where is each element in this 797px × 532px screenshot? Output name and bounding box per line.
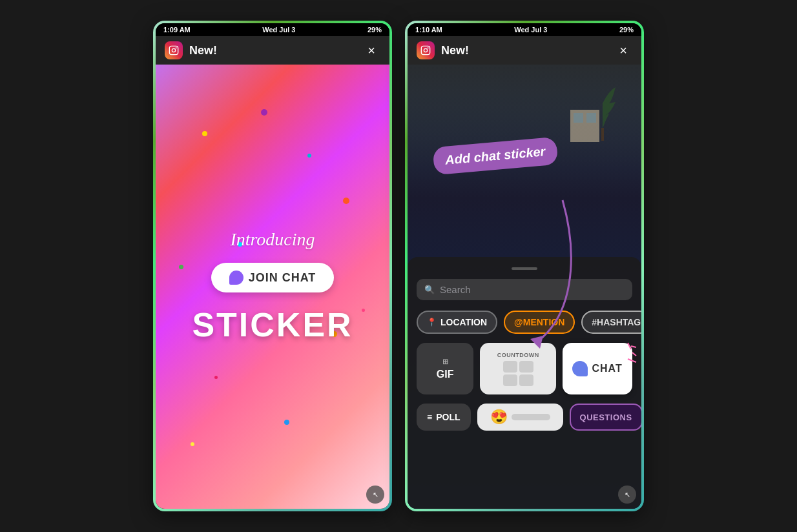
gif-label: GIF bbox=[437, 369, 454, 380]
chat-bubble-sticker-icon bbox=[572, 361, 588, 376]
search-placeholder: Search bbox=[440, 284, 471, 295]
emoji-icon: 😍 bbox=[490, 409, 508, 425]
left-battery: 29% bbox=[367, 26, 382, 34]
svg-marker-10 bbox=[530, 336, 543, 349]
sticker-text: STICKER bbox=[192, 305, 353, 344]
questions-sticker[interactable]: QUESTIONS bbox=[570, 404, 641, 431]
right-battery: 29% bbox=[619, 26, 634, 34]
svg-rect-6 bbox=[601, 128, 604, 141]
confetti-dot bbox=[362, 309, 365, 312]
countdown-block bbox=[519, 361, 533, 373]
right-close-button[interactable]: × bbox=[614, 41, 632, 59]
countdown-block bbox=[503, 361, 517, 373]
gif-sticker[interactable]: ⊞ GIF bbox=[417, 343, 473, 394]
annotation-arrow bbox=[485, 168, 614, 362]
confetti-dot bbox=[191, 442, 194, 446]
right-status-bar: 1:10 AM Wed Jul 3 29% bbox=[408, 23, 641, 36]
instagram-logo-left bbox=[165, 41, 183, 59]
countdown-blocks bbox=[503, 361, 533, 386]
svg-point-1 bbox=[172, 48, 175, 52]
svg-rect-0 bbox=[169, 46, 178, 54]
background-scenery bbox=[570, 77, 622, 142]
left-time: 1:09 AM bbox=[163, 26, 191, 34]
introducing-text: Introducing bbox=[230, 229, 315, 250]
poll-label: POLL bbox=[436, 412, 460, 422]
confetti-dot bbox=[343, 198, 349, 204]
emoji-bar bbox=[512, 414, 550, 420]
left-header: New! × bbox=[156, 36, 389, 65]
join-chat-button[interactable]: JOIN CHAT bbox=[211, 263, 335, 292]
chat-bubble-icon bbox=[229, 271, 243, 285]
svg-rect-3 bbox=[421, 46, 430, 54]
svg-point-4 bbox=[424, 48, 427, 52]
left-phone: 1:09 AM Wed Jul 3 29% New! × bbox=[153, 21, 392, 511]
right-header-title: New! bbox=[441, 44, 614, 57]
svg-rect-8 bbox=[574, 113, 583, 123]
left-header-title: New! bbox=[189, 44, 362, 57]
left-close-button[interactable]: × bbox=[362, 41, 380, 59]
location-label: LOCATION bbox=[440, 317, 487, 327]
right-content: Add chat sticker 🔍 Search 📍 bbox=[408, 65, 641, 509]
right-time: 1:10 AM bbox=[415, 26, 442, 34]
left-date: Wed Jul 3 bbox=[262, 26, 295, 34]
svg-line-13 bbox=[632, 353, 636, 356]
sticker-row-3: ≡ POLL 😍 QUESTIONS bbox=[417, 404, 632, 431]
confetti-dot bbox=[284, 420, 289, 425]
confetti-dot bbox=[307, 154, 311, 158]
confetti-dot bbox=[179, 265, 183, 269]
location-pin-icon: 📍 bbox=[427, 318, 437, 327]
countdown-block bbox=[519, 374, 533, 386]
emoji-sticker[interactable]: 😍 bbox=[477, 404, 563, 431]
sparkle-lines bbox=[618, 340, 637, 378]
svg-rect-9 bbox=[586, 113, 596, 123]
countdown-block bbox=[503, 374, 517, 386]
poll-sticker[interactable]: ≡ POLL bbox=[417, 404, 471, 431]
join-chat-label: JOIN CHAT bbox=[249, 271, 316, 285]
confetti-dot bbox=[202, 131, 207, 136]
scroll-indicator-right: ↖ bbox=[618, 486, 636, 504]
questions-label: QUESTIONS bbox=[580, 413, 632, 422]
svg-line-11 bbox=[628, 343, 631, 349]
poll-icon: ≡ bbox=[427, 412, 432, 422]
svg-line-12 bbox=[631, 346, 636, 347]
right-date: Wed Jul 3 bbox=[514, 26, 547, 34]
confetti-dot bbox=[214, 376, 218, 379]
scroll-indicator-left: ↖ bbox=[366, 486, 384, 504]
svg-point-5 bbox=[428, 47, 429, 48]
gif-icon: ⊞ bbox=[442, 358, 448, 366]
svg-point-2 bbox=[176, 47, 177, 48]
instagram-logo-right bbox=[417, 41, 435, 59]
svg-line-14 bbox=[628, 359, 636, 362]
confetti-dot bbox=[261, 109, 267, 116]
right-phone: 1:10 AM Wed Jul 3 29% New! × bbox=[405, 21, 644, 511]
right-header: New! × bbox=[408, 36, 641, 65]
left-content: Introducing JOIN CHAT STICKER bbox=[156, 65, 389, 509]
left-status-bar: 1:09 AM Wed Jul 3 29% bbox=[156, 23, 389, 36]
search-icon: 🔍 bbox=[424, 285, 435, 294]
